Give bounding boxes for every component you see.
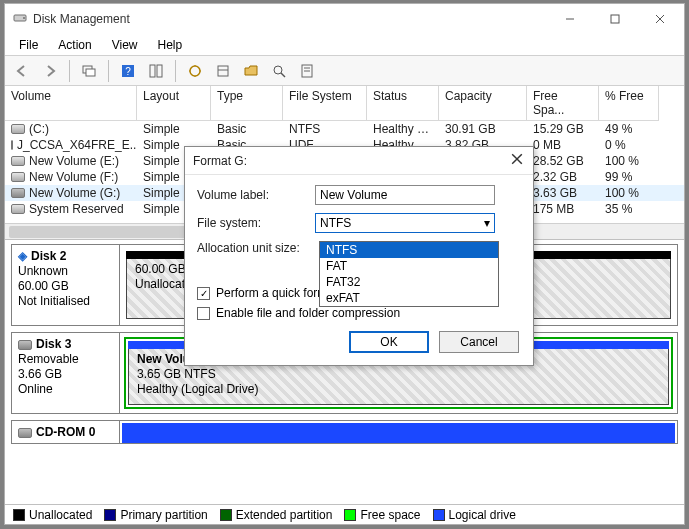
cdrom-icon <box>18 428 32 438</box>
col-status[interactable]: Status <box>367 86 439 121</box>
col-volume[interactable]: Volume <box>5 86 137 121</box>
disk-size: 60.00 GB <box>18 279 113 294</box>
disk-info: ◈Disk 2 Unknown 60.00 GB Not Initialised <box>12 245 120 325</box>
fs-option-ntfs[interactable]: NTFS <box>320 242 498 258</box>
close-button[interactable] <box>637 4 682 34</box>
legend-logical: Logical drive <box>433 508 516 522</box>
menu-view[interactable]: View <box>102 36 148 54</box>
label-filesystem: File system: <box>197 216 307 230</box>
cell-pct: 100 % <box>599 153 659 169</box>
col-filesystem[interactable]: File System <box>283 86 367 121</box>
dialog-close-button[interactable] <box>509 151 525 170</box>
quick-format-checkbox[interactable]: ✓ <box>197 287 210 300</box>
cell-volume: New Volume (G:) <box>29 186 120 200</box>
col-layout[interactable]: Layout <box>137 86 211 121</box>
cell-pct: 100 % <box>599 185 659 201</box>
menu-file[interactable]: File <box>9 36 48 54</box>
details-icon[interactable] <box>145 60 167 82</box>
ok-button[interactable]: OK <box>349 331 429 353</box>
legend-free: Free space <box>344 508 420 522</box>
titlebar: Disk Management <box>5 4 684 34</box>
cell-fs: NTFS <box>283 121 367 137</box>
filesystem-combo[interactable]: NTFS ▾ <box>315 213 495 233</box>
col-capacity[interactable]: Capacity <box>439 86 527 121</box>
fs-option-exfat[interactable]: exFAT <box>320 290 498 306</box>
format-dialog: Format G: Volume label: New Volume File … <box>184 146 534 366</box>
drive-icon <box>11 156 25 166</box>
cell-capacity: 30.91 GB <box>439 121 527 137</box>
cancel-button[interactable]: Cancel <box>439 331 519 353</box>
properties-icon[interactable] <box>296 60 318 82</box>
fs-option-fat[interactable]: FAT <box>320 258 498 274</box>
label-volume: Volume label: <box>197 188 307 202</box>
separator <box>108 60 109 82</box>
dialog-titlebar: Format G: <box>185 147 533 175</box>
cell-free: 3.63 GB <box>527 185 599 201</box>
search-icon[interactable] <box>268 60 290 82</box>
svg-point-1 <box>23 17 25 19</box>
disk-title: Disk 3 <box>36 337 71 352</box>
cell-volume: New Volume (E:) <box>29 154 119 168</box>
disk-title: CD-ROM 0 <box>36 425 95 440</box>
folder-icon[interactable] <box>240 60 262 82</box>
disk-info: CD-ROM 0 <box>12 421 120 443</box>
svg-point-15 <box>274 66 282 74</box>
help-icon[interactable]: ? <box>117 60 139 82</box>
disk-kind: Removable <box>18 352 113 367</box>
cell-volume: (C:) <box>29 122 49 136</box>
legend-extended: Extended partition <box>220 508 333 522</box>
drive-icon <box>11 188 25 198</box>
partition-detail: 3.65 GB NTFS <box>137 367 660 382</box>
svg-rect-3 <box>611 15 619 23</box>
menu-help[interactable]: Help <box>148 36 193 54</box>
dialog-title: Format G: <box>193 154 247 168</box>
menu-action[interactable]: Action <box>48 36 101 54</box>
disk-kind: Unknown <box>18 264 113 279</box>
disk-state: Not Initialised <box>18 294 113 309</box>
fs-option-fat32[interactable]: FAT32 <box>320 274 498 290</box>
disk-help-icon: ◈ <box>18 249 27 264</box>
partition-status: Healthy (Logical Drive) <box>137 382 660 397</box>
svg-point-12 <box>190 66 200 76</box>
refresh-icon[interactable] <box>212 60 234 82</box>
disc-icon <box>11 140 13 150</box>
action-icon[interactable] <box>184 60 206 82</box>
svg-rect-10 <box>150 65 155 77</box>
disk-panel-cdrom: CD-ROM 0 <box>11 420 678 444</box>
removable-icon <box>18 340 32 350</box>
disk-size: 3.66 GB <box>18 367 113 382</box>
forward-icon[interactable] <box>39 60 61 82</box>
disk-title: Disk 2 <box>31 249 66 264</box>
menubar: File Action View Help <box>5 34 684 56</box>
col-free[interactable]: Free Spa... <box>527 86 599 121</box>
toolbar: ? <box>5 56 684 86</box>
cell-free: 28.52 GB <box>527 153 599 169</box>
compression-label: Enable file and folder compression <box>216 306 400 320</box>
cell-free: 15.29 GB <box>527 121 599 137</box>
cell-pct: 99 % <box>599 169 659 185</box>
cell-pct: 0 % <box>599 137 659 153</box>
volume-label-input[interactable]: New Volume <box>315 185 495 205</box>
list-row[interactable]: (C:) Simple Basic NTFS Healthy (B... 30.… <box>5 121 684 137</box>
disk-info: Disk 3 Removable 3.66 GB Online <box>12 333 120 413</box>
compression-checkbox[interactable] <box>197 307 210 320</box>
col-type[interactable]: Type <box>211 86 283 121</box>
maximize-button[interactable] <box>592 4 637 34</box>
filesystem-dropdown: NTFS FAT FAT32 exFAT <box>319 241 499 307</box>
cell-pct: 49 % <box>599 121 659 137</box>
disk-state: Online <box>18 382 113 397</box>
minimize-button[interactable] <box>547 4 592 34</box>
cell-volume: System Reserved <box>29 202 124 216</box>
drive-icon <box>11 204 25 214</box>
list-header: Volume Layout Type File System Status Ca… <box>5 86 684 121</box>
col-pctfree[interactable]: % Free <box>599 86 659 121</box>
layers-icon[interactable] <box>78 60 100 82</box>
window-title: Disk Management <box>33 12 547 26</box>
back-icon[interactable] <box>11 60 33 82</box>
app-icon <box>13 11 27 28</box>
svg-line-16 <box>281 73 285 77</box>
cell-status: Healthy (B... <box>367 121 439 137</box>
cell-free: 0 MB <box>527 137 599 153</box>
chevron-down-icon: ▾ <box>484 216 490 230</box>
svg-text:?: ? <box>125 66 131 77</box>
